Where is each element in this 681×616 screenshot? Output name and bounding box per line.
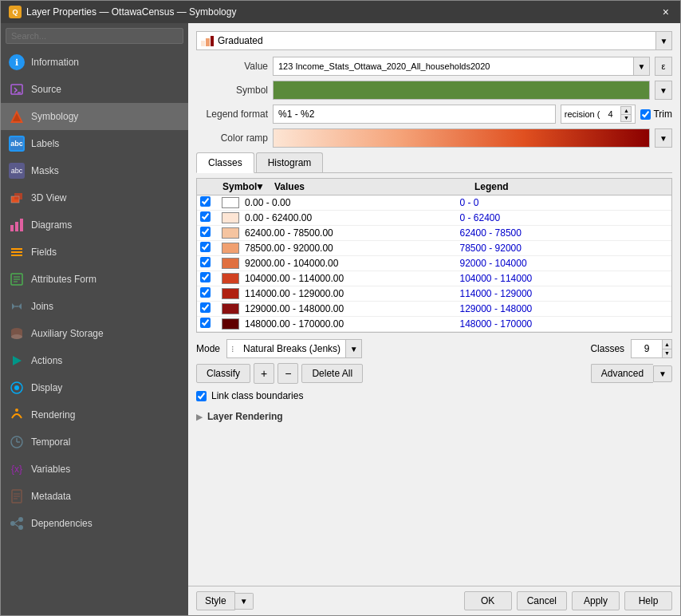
table-row: 129000.00 - 148000.00 129000 - 148000: [197, 302, 671, 317]
sidebar-item-display[interactable]: Display: [1, 374, 188, 401]
renderer-dropdown-arrow[interactable]: ▼: [655, 32, 671, 49]
apply-button[interactable]: Apply: [572, 591, 620, 610]
table-row: 148000.00 - 170000.00 148000 - 170000: [197, 317, 671, 332]
tab-classes[interactable]: Classes: [196, 152, 254, 173]
precision-input[interactable]: [602, 109, 618, 119]
fields-icon: [9, 244, 25, 260]
ok-button[interactable]: OK: [464, 591, 512, 610]
classify-button[interactable]: Classify: [196, 364, 250, 383]
value-row: Value 123 Income_Stats_Ottawa_2020_All_h…: [196, 57, 672, 76]
sidebar-item-rendering[interactable]: Rendering: [1, 401, 188, 428]
precision-down[interactable]: ▼: [620, 115, 632, 123]
svg-rect-8: [15, 222, 18, 231]
labels-icon: abc: [9, 136, 25, 152]
sidebar-item-metadata[interactable]: Metadata: [1, 483, 188, 510]
tab-histogram[interactable]: Histogram: [256, 152, 324, 172]
sidebar-item-3dview[interactable]: 3D View: [1, 184, 188, 211]
row-legend: 78500 - 92000: [457, 243, 672, 254]
remove-class-button[interactable]: −: [278, 363, 298, 384]
layer-rendering-section[interactable]: ▶ Layer Rendering: [196, 408, 672, 425]
symbol-label: Symbol: [196, 85, 268, 96]
row-values: 104000.00 - 114000.00: [242, 273, 457, 284]
symbol-row: Symbol ▼: [196, 81, 672, 100]
title-bar: Q Layer Properties — OttawaCensus — Symb…: [1, 1, 680, 23]
app-icon: Q: [9, 6, 22, 18]
renderer-icon: [200, 34, 215, 48]
color-ramp-row: Color ramp ▼: [196, 128, 672, 148]
value-dropdown-arrow[interactable]: ▼: [633, 57, 649, 75]
sidebar-item-fields[interactable]: Fields: [1, 239, 188, 266]
expression-button[interactable]: ε: [655, 57, 672, 76]
sidebar-item-information[interactable]: ℹ Information: [1, 49, 188, 76]
mode-dropdown[interactable]: ⫶ Natural Breaks (Jenks) ▼: [226, 339, 362, 358]
row-legend: 92000 - 104000: [457, 258, 672, 269]
sidebar-item-source[interactable]: Source: [1, 76, 188, 103]
classes-down[interactable]: ▼: [663, 349, 671, 358]
table-header: Symbol ▼ Values Legend: [197, 179, 671, 195]
renderer-row: Graduated ▼: [196, 31, 672, 50]
help-button[interactable]: Help: [624, 591, 672, 610]
attributes-form-icon: [9, 271, 25, 287]
advanced-button[interactable]: Advanced: [591, 364, 653, 383]
row-color-swatch: [222, 288, 239, 299]
sidebar-item-attributes-form[interactable]: Attributes Form: [1, 266, 188, 293]
row-color-swatch: [222, 212, 239, 223]
svg-point-36: [18, 517, 23, 522]
row-legend: 104000 - 114000: [457, 273, 672, 284]
sidebar-item-temporal[interactable]: Temporal: [1, 428, 188, 456]
classes-input[interactable]: [631, 339, 663, 358]
sidebar-label-auxiliary-storage: Auxiliary Storage: [31, 328, 104, 339]
bottom-bar: Style ▼ OK Cancel Apply Help: [188, 586, 680, 615]
svg-rect-42: [211, 36, 214, 46]
mode-row: Mode ⫶ Natural Breaks (Jenks) ▼ Classes …: [196, 339, 672, 358]
sidebar-label-rendering: Rendering: [31, 409, 75, 421]
search-input[interactable]: [6, 28, 183, 44]
row-values: 148000.00 - 170000.00: [242, 318, 457, 330]
table-row: 0.00 - 0.00 0 - 0: [197, 195, 671, 211]
cancel-button[interactable]: Cancel: [517, 591, 567, 610]
content-area: Graduated ▼ Value 123 Income_Stats_Ottaw…: [188, 23, 680, 615]
add-class-button[interactable]: +: [254, 363, 274, 384]
trim-label: Trim: [653, 109, 672, 120]
advanced-arrow[interactable]: ▼: [653, 365, 672, 382]
classes-up[interactable]: ▲: [663, 340, 671, 349]
delete-all-button[interactable]: Delete All: [301, 364, 363, 383]
close-button[interactable]: ×: [659, 6, 672, 18]
color-ramp-preview: [273, 128, 650, 148]
sidebar-item-symbology[interactable]: Symbology: [1, 103, 188, 130]
row-check: [197, 196, 219, 209]
renderer-dropdown[interactable]: Graduated ▼: [196, 31, 672, 50]
link-class-checkbox[interactable]: [196, 391, 207, 401]
sidebar-item-variables[interactable]: {x} Variables: [1, 456, 188, 483]
row-values: 62400.00 - 78500.00: [242, 227, 457, 239]
sidebar-item-diagrams[interactable]: Diagrams: [1, 211, 188, 239]
row-color-swatch: [222, 318, 239, 330]
sidebar-item-auxiliary-storage[interactable]: Auxiliary Storage: [1, 320, 188, 347]
row-values: 129000.00 - 148000.00: [242, 303, 457, 314]
style-arrow[interactable]: ▼: [235, 593, 254, 610]
col-symbol-arrow: ▼: [255, 181, 271, 192]
rendering-icon: [9, 407, 25, 423]
sidebar-item-dependencies[interactable]: Dependencies: [1, 510, 188, 537]
content-scroll: Graduated ▼ Value 123 Income_Stats_Ottaw…: [188, 23, 680, 586]
link-class-row: Link class boundaries: [196, 390, 672, 401]
precision-up[interactable]: ▲: [620, 106, 632, 115]
col-check-header: [197, 181, 219, 192]
row-legend: 129000 - 148000: [457, 303, 672, 314]
trim-checkbox[interactable]: [640, 109, 651, 120]
sidebar-item-masks[interactable]: abc Masks: [1, 157, 188, 184]
symbol-dropdown-arrow[interactable]: ▼: [655, 81, 672, 100]
joins-icon: [9, 298, 25, 314]
style-button[interactable]: Style: [196, 591, 235, 610]
color-ramp-dropdown-arrow[interactable]: ▼: [655, 128, 672, 148]
row-legend: 0 - 62400: [457, 212, 672, 223]
sidebar-label-joins: Joins: [31, 301, 53, 312]
mode-dropdown-arrow[interactable]: ▼: [345, 340, 361, 357]
sidebar-item-actions[interactable]: Actions: [1, 347, 188, 374]
value-field-label: 123 Income_Stats_Ottawa_2020_All_househo…: [274, 61, 633, 71]
3dview-icon: [9, 190, 25, 206]
legend-format-input[interactable]: %1 - %2: [273, 105, 556, 124]
sidebar-item-labels[interactable]: abc Labels: [1, 130, 188, 157]
sidebar-item-joins[interactable]: Joins: [1, 293, 188, 320]
value-dropdown[interactable]: 123 Income_Stats_Ottawa_2020_All_househo…: [273, 57, 650, 76]
